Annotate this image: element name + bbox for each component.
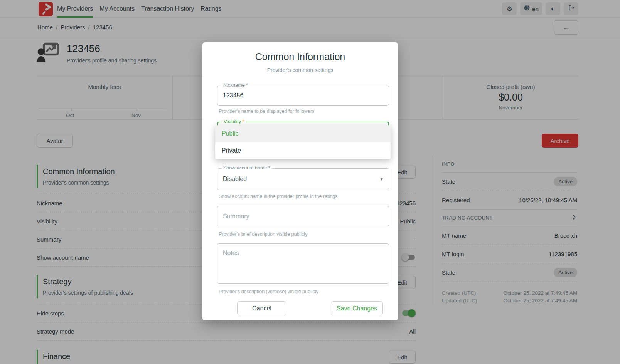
visibility-label: Visibility *: [222, 119, 246, 124]
show-account-name-field[interactable]: Show account name * Disabled ▼: [217, 168, 389, 190]
notes-helper: Provider's description (verbose) visible…: [219, 289, 391, 294]
common-information-modal: Common Information Provider's common set…: [202, 42, 398, 320]
summary-helper: Provider's brief description visible pub…: [219, 231, 391, 237]
nickname-helper: Provider's name to be displayed for foll…: [219, 109, 391, 114]
notes-textarea[interactable]: [217, 244, 389, 283]
show-account-name-helper: Show account name in the provider profil…: [219, 194, 391, 199]
summary-input[interactable]: [217, 206, 389, 226]
modal-subtitle: Provider's common settings: [202, 67, 398, 73]
nickname-input[interactable]: [217, 86, 389, 105]
caret-down-icon: ▼: [380, 177, 384, 181]
option-private[interactable]: Private: [215, 142, 391, 159]
provider-profile-page: My Providers My Accounts Transaction His…: [0, 0, 620, 364]
cancel-button[interactable]: Cancel: [237, 301, 286, 315]
nickname-label: Nickname *: [221, 82, 250, 88]
show-account-name-value: Disabled: [217, 169, 389, 190]
notes-field: [217, 243, 389, 284]
nickname-field: Nickname *: [217, 86, 389, 106]
summary-field: [217, 206, 389, 226]
option-public[interactable]: Public: [215, 125, 391, 142]
save-changes-button[interactable]: Save Changes: [331, 301, 383, 315]
show-account-name-label: Show account name *: [221, 165, 272, 171]
modal-title: Common Information: [202, 51, 398, 62]
visibility-dropdown-menu: Public Private: [215, 125, 391, 159]
